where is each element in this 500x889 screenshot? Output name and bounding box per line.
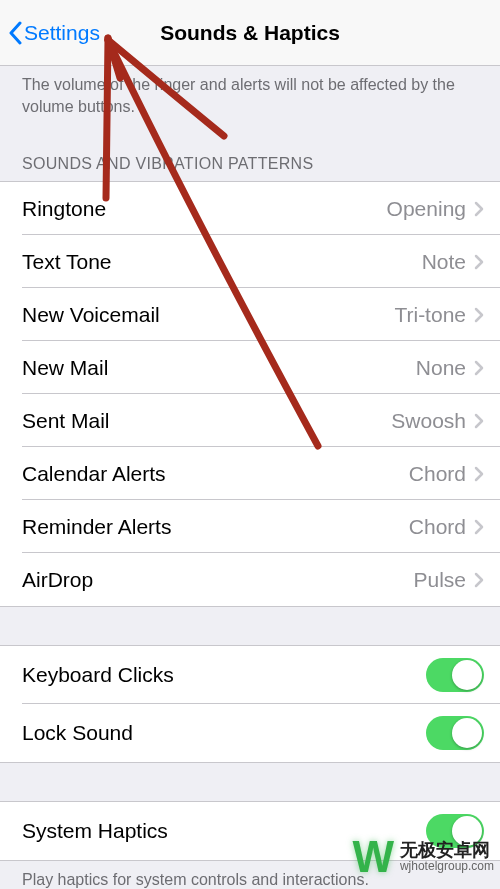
row-reminder-alerts[interactable]: Reminder Alerts Chord (0, 500, 500, 553)
row-value: Chord (409, 515, 466, 539)
row-label: Reminder Alerts (22, 515, 409, 539)
helper-text-top: The volume of the ringer and alerts will… (0, 66, 500, 129)
row-sent-mail[interactable]: Sent Mail Swoosh (0, 394, 500, 447)
row-label: Keyboard Clicks (22, 663, 426, 687)
chevron-right-icon (474, 519, 484, 535)
row-label: Calendar Alerts (22, 462, 409, 486)
row-ringtone[interactable]: Ringtone Opening (0, 182, 500, 235)
toggles-group-2: System Haptics (0, 801, 500, 861)
row-label: Lock Sound (22, 721, 426, 745)
row-label: AirDrop (22, 568, 413, 592)
section-header-sounds: SOUNDS AND VIBRATION PATTERNS (0, 129, 500, 181)
sounds-group: Ringtone Opening Text Tone Note New Voic… (0, 181, 500, 607)
row-label: Sent Mail (22, 409, 391, 433)
nav-bar: Settings Sounds & Haptics (0, 0, 500, 66)
chevron-right-icon (474, 413, 484, 429)
chevron-right-icon (474, 572, 484, 588)
row-value: Tri-tone (394, 303, 466, 327)
row-value: Swoosh (391, 409, 466, 433)
back-button[interactable]: Settings (0, 21, 100, 45)
row-label: System Haptics (22, 819, 426, 843)
chevron-right-icon (474, 307, 484, 323)
helper-text-bottom: Play haptics for system controls and int… (0, 861, 500, 889)
row-label: New Mail (22, 356, 416, 380)
row-value: Pulse (413, 568, 466, 592)
row-value: None (416, 356, 466, 380)
row-new-mail[interactable]: New Mail None (0, 341, 500, 394)
row-value: Note (422, 250, 466, 274)
chevron-right-icon (474, 360, 484, 376)
row-calendar-alerts[interactable]: Calendar Alerts Chord (0, 447, 500, 500)
switch-keyboard-clicks[interactable] (426, 658, 484, 692)
toggles-group-1: Keyboard Clicks Lock Sound (0, 645, 500, 763)
chevron-right-icon (474, 201, 484, 217)
row-value: Chord (409, 462, 466, 486)
row-label: Ringtone (22, 197, 387, 221)
row-label: New Voicemail (22, 303, 394, 327)
back-label: Settings (24, 21, 100, 45)
row-value: Opening (387, 197, 466, 221)
row-keyboard-clicks[interactable]: Keyboard Clicks (0, 646, 500, 704)
row-label: Text Tone (22, 250, 422, 274)
chevron-right-icon (474, 254, 484, 270)
chevron-right-icon (474, 466, 484, 482)
switch-lock-sound[interactable] (426, 716, 484, 750)
row-text-tone[interactable]: Text Tone Note (0, 235, 500, 288)
chevron-left-icon (8, 21, 22, 45)
row-airdrop[interactable]: AirDrop Pulse (0, 553, 500, 606)
row-new-voicemail[interactable]: New Voicemail Tri-tone (0, 288, 500, 341)
row-lock-sound[interactable]: Lock Sound (0, 704, 500, 762)
row-system-haptics[interactable]: System Haptics (0, 802, 500, 860)
switch-system-haptics[interactable] (426, 814, 484, 848)
